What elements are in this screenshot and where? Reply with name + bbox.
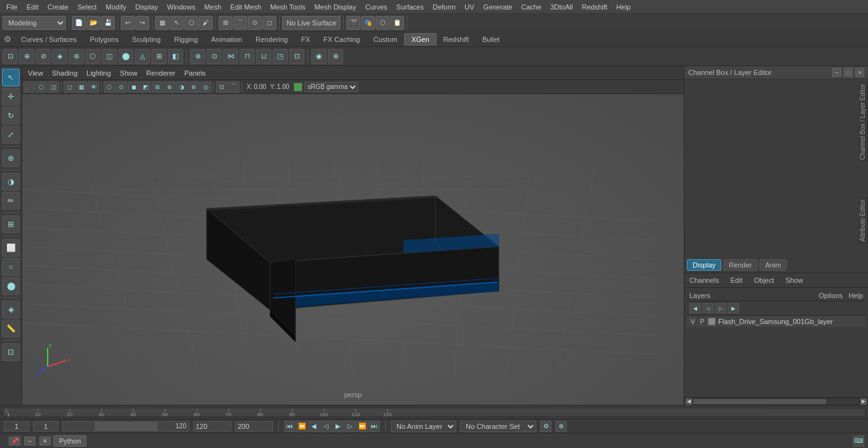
tab-xgen[interactable]: XGen xyxy=(404,33,436,46)
menu-windows[interactable]: Windows xyxy=(163,2,200,12)
vp-shaded-btn[interactable]: ◩ xyxy=(140,81,151,93)
layers-options[interactable]: Options xyxy=(818,292,843,299)
current-frame-input[interactable] xyxy=(4,421,29,431)
quick-layout-btn[interactable]: ⊡ xyxy=(2,343,20,361)
scroll-track[interactable] xyxy=(693,399,859,404)
menu-display[interactable]: Display xyxy=(132,2,162,12)
tab-animation[interactable]: Animation xyxy=(205,34,248,45)
snap-together-tool[interactable]: ◈ xyxy=(2,301,20,318)
menu-deform[interactable]: Deform xyxy=(429,2,459,12)
select-tool[interactable]: ↖ xyxy=(2,69,20,86)
vp-flat-btn[interactable]: ◼ xyxy=(128,81,139,93)
vp-gpu-cache-btn[interactable]: ⊛ xyxy=(188,81,200,93)
xgen-tool-2[interactable]: ⊕ xyxy=(19,49,34,64)
step-forward-btn[interactable]: ⏩ xyxy=(356,421,368,432)
xgen-tool-13[interactable]: ⊙ xyxy=(207,49,222,64)
menu-mesh-tools[interactable]: Mesh Tools xyxy=(266,2,309,12)
save-scene-btn[interactable]: 💾 xyxy=(101,16,115,30)
vp-menu-shading[interactable]: Shading xyxy=(49,68,81,78)
layer-arrow-left2-btn[interactable]: ◁ xyxy=(702,303,714,313)
xgen-tool-1[interactable]: ⊡ xyxy=(3,49,18,64)
vp-menu-lighting[interactable]: Lighting xyxy=(83,68,114,78)
xgen-tool-7[interactable]: ◫ xyxy=(102,49,117,64)
step-back-btn[interactable]: ⏪ xyxy=(296,421,308,432)
next-frame-btn[interactable]: ▷ xyxy=(344,421,356,432)
scale-tool[interactable]: ⤢ xyxy=(2,126,20,144)
vp-wire-btn[interactable]: ⬡ xyxy=(104,81,115,93)
menu-edit[interactable]: Edit xyxy=(23,2,43,12)
select-by-hierarchy-btn[interactable]: ▦ xyxy=(155,16,169,30)
vp-sel-mask2-btn[interactable]: ▦ xyxy=(76,81,87,93)
vp-snap-to-curve-btn[interactable]: ⌒ xyxy=(228,81,240,93)
xgen-tool-11[interactable]: ◧ xyxy=(168,49,183,64)
menu-generate[interactable]: Generate xyxy=(479,2,516,12)
show-manip-tool[interactable]: ⊞ xyxy=(2,215,20,233)
vp-stereo-btn[interactable]: ◫ xyxy=(48,81,59,93)
snap-grid-btn[interactable]: ⊞ xyxy=(219,16,233,30)
ch-tab-object[interactable]: Object xyxy=(751,275,776,285)
move-tool[interactable]: ✛ xyxy=(2,88,20,105)
range-end2-input[interactable] xyxy=(235,421,273,431)
channel-box-vertical-label[interactable]: Channel Box / Layer Editor xyxy=(858,81,868,163)
layer-v-toggle[interactable]: V xyxy=(689,318,696,325)
measure-tool[interactable]: 📏 xyxy=(2,320,20,337)
rp-tab-anim[interactable]: Anim xyxy=(759,259,787,271)
mode-dropdown[interactable]: Modeling Rigging Animation FX Rendering xyxy=(3,16,66,30)
settings-gear-icon[interactable]: ⚙ xyxy=(1,33,14,46)
rotate-tool[interactable]: ↻ xyxy=(2,107,20,125)
xgen-tool-10[interactable]: ⊞ xyxy=(151,49,166,64)
xgen-tool-17[interactable]: ◳ xyxy=(273,49,288,64)
menu-select[interactable]: Select xyxy=(74,2,101,12)
menu-mesh[interactable]: Mesh xyxy=(200,2,225,12)
layer-arrow-left-btn[interactable]: ◀ xyxy=(689,303,701,313)
vp-xray-btn[interactable]: ◑ xyxy=(176,81,187,93)
xgen-tool-18[interactable]: ⊡ xyxy=(289,49,304,64)
select-tool-btn[interactable]: ↖ xyxy=(170,16,184,30)
hypershade-btn[interactable]: ⬡ xyxy=(376,16,390,30)
sculpt-tool[interactable]: ✏ xyxy=(2,192,20,210)
vp-shadow-btn[interactable]: ◎ xyxy=(200,81,212,93)
timeline-track[interactable]: 1 10 20 30 40 50 60 70 80 90 100 110 120 xyxy=(3,408,865,417)
play-to-end-btn[interactable]: ⏭ xyxy=(369,421,380,432)
canvas-area[interactable]: x y z persp xyxy=(22,94,684,405)
vp-menu-show[interactable]: Show xyxy=(117,68,141,78)
xgen-tool-16[interactable]: ⊔ xyxy=(256,49,271,64)
anim-layer-dropdown[interactable]: No Anim Layer xyxy=(391,421,456,432)
win-minimize-btn[interactable]: ─ xyxy=(24,437,36,445)
prev-frame-btn[interactable]: ◀ xyxy=(308,421,320,432)
scroll-left-arrow[interactable]: ◀ xyxy=(686,398,692,405)
char-set-dropdown[interactable]: No Character Set xyxy=(460,421,536,432)
xgen-tool-3[interactable]: ⊘ xyxy=(36,49,51,64)
xgen-tool-6[interactable]: ⬡ xyxy=(85,49,100,64)
xgen-tool-12[interactable]: ⊗ xyxy=(190,49,205,64)
ch-tab-show[interactable]: Show xyxy=(783,275,806,285)
menu-surfaces[interactable]: Surfaces xyxy=(393,2,428,12)
rp-tab-render[interactable]: Render xyxy=(723,259,757,271)
vp-smooth-btn[interactable]: ⊙ xyxy=(116,81,127,93)
ch-tab-channels[interactable]: Channels xyxy=(687,275,721,285)
menu-help[interactable]: Help xyxy=(613,2,635,12)
vp-gamma-select[interactable]: sRGB gamma xyxy=(304,82,358,92)
lasso-select-tool[interactable]: ○ xyxy=(2,258,20,276)
tab-polygons[interactable]: Polygons xyxy=(83,34,125,45)
tab-rigging[interactable]: Rigging xyxy=(168,34,204,45)
xgen-tool-4[interactable]: ◈ xyxy=(52,49,67,64)
xgen-tool-20[interactable]: ⊕ xyxy=(328,49,343,64)
rp-minimize-btn[interactable]: ─ xyxy=(832,68,841,77)
start-frame-input[interactable] xyxy=(33,421,58,431)
xgen-tool-9[interactable]: ◬ xyxy=(135,49,150,64)
char-set-settings-btn[interactable]: ⚙ xyxy=(540,421,552,432)
scroll-thumb[interactable] xyxy=(693,399,826,404)
vp-color-swatch-btn[interactable] xyxy=(294,83,302,92)
snap-curve-btn[interactable]: ⌒ xyxy=(233,16,247,30)
layer-p-toggle[interactable]: P xyxy=(699,318,706,325)
open-scene-btn[interactable]: 📂 xyxy=(86,16,100,30)
vp-snap-to-grid-btn[interactable]: ⊡ xyxy=(216,81,227,93)
universal-manip-tool[interactable]: ⊕ xyxy=(2,149,20,167)
play-to-start-btn[interactable]: ⏮ xyxy=(284,421,295,432)
xgen-tool-5[interactable]: ⊛ xyxy=(69,49,84,64)
render-btn[interactable]: 🎬 xyxy=(346,16,360,30)
tab-redshift[interactable]: Redshift xyxy=(437,34,475,45)
xgen-tool-15[interactable]: ⊓ xyxy=(240,49,255,64)
layers-help[interactable]: Help xyxy=(848,292,863,299)
